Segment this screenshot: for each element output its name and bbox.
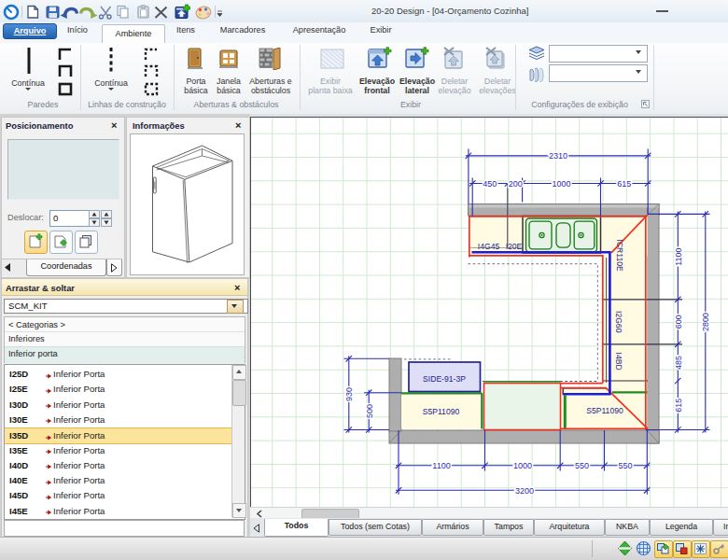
svg-text:615: 615 (674, 399, 683, 413)
svg-text:1000: 1000 (552, 179, 570, 189)
svg-text:S5P11090: S5P11090 (586, 406, 623, 415)
svg-text:I2G60: I2G60 (614, 311, 623, 333)
svg-text:1100: 1100 (674, 247, 683, 265)
svg-text:450: 450 (483, 179, 497, 189)
svg-text:3200: 3200 (515, 486, 534, 496)
svg-text:485: 485 (674, 356, 683, 370)
svg-text:2800: 2800 (701, 313, 710, 331)
svg-text:500: 500 (365, 404, 374, 418)
svg-text:1000: 1000 (513, 461, 532, 470)
svg-text:SIDE-91-3P: SIDE-91-3P (423, 374, 466, 384)
svg-text:S5P11090: S5P11090 (423, 407, 460, 416)
svg-text:1100: 1100 (432, 461, 450, 470)
svg-text:2310: 2310 (549, 151, 567, 161)
svg-text:550: 550 (618, 461, 632, 470)
svg-text:930: 930 (344, 387, 354, 401)
svg-text:200: 200 (509, 179, 523, 189)
svg-text:600: 600 (674, 315, 683, 329)
svg-text:I4G45: I4G45 (478, 242, 500, 251)
svg-text:550: 550 (575, 461, 589, 470)
svg-text:I4BD: I4BD (614, 353, 623, 371)
svg-text:ICR110E: ICR110E (615, 240, 624, 272)
svg-text:615: 615 (617, 179, 631, 189)
svg-text:I20E: I20E (506, 242, 523, 251)
